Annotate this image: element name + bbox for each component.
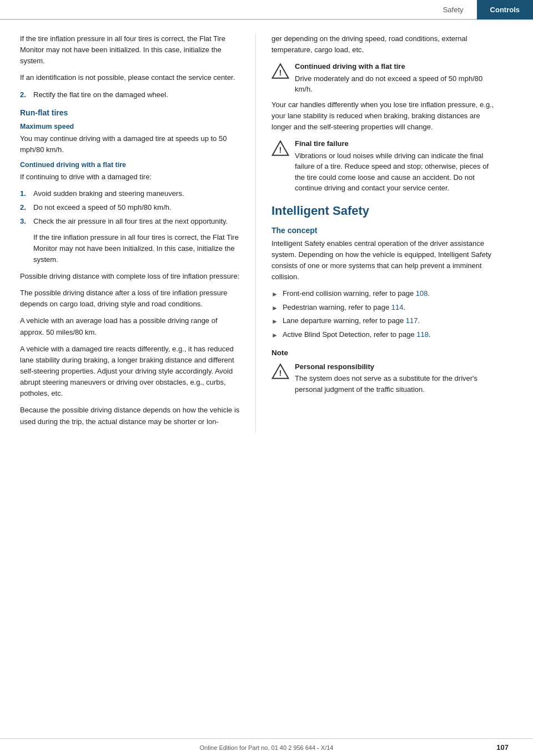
warning-text-1: Continued driving with a flat tire Drive… [295,61,495,95]
warning-icon-1: ! [271,62,289,80]
bullet-arrow-1: ► [271,289,278,300]
bullet-text-1: Front-end collision warning, refer to pa… [283,288,430,299]
bullet-text-4: Active Blind Spot Detection, refer to pa… [283,329,431,340]
page-number: 107 [492,742,513,753]
para-your-car: Your car handles differently when you lo… [271,99,495,133]
svg-text:!: ! [279,68,282,77]
warning-title-3: Personal responsibility [295,361,495,372]
para-ger: ger depending on the driving speed, road… [271,33,495,56]
bullet-arrow-4: ► [271,330,278,341]
step-1: 1. Avoid sudden braking and steering man… [20,188,240,199]
right-column: ger depending on the driving speed, road… [255,33,511,433]
link-page-108[interactable]: 108 [416,289,428,298]
warning-box-final: ! Final tire failure Vibrations or loud … [271,138,495,194]
left-column: If the tire inflation pressure in all fo… [0,33,255,433]
para-average: A vehicle with an average load has a pos… [20,315,240,337]
footer-text: Online Edition for Part no. 01 40 2 956 … [200,744,334,751]
step-3: 3. Check the air pressure in all four ti… [20,216,240,227]
section-continued-driving: Continued driving with a flat tire [20,161,240,169]
para-identification: If an identification is not possible, pl… [20,72,240,83]
warning-text-3: Personal responsibility The system does … [295,361,495,395]
steps-list: 1. Avoid sudden braking and steering man… [20,188,240,227]
tab-controls-label: Controls [490,6,520,14]
header: Safety Controls [0,0,533,20]
section-max-speed: Maximum speed [20,123,240,130]
warning-icon-2: ! [271,139,289,157]
para-init-left: If the tire inflation pressure in all fo… [20,33,240,67]
para-possible: Possible driving distance with complete … [20,271,240,282]
list-item-2-wrapper: 2. Rectify the flat tire on the damaged … [20,89,240,100]
warning-body-2: Vibrations or loud noises while driving … [295,152,489,193]
bullet-item-4: ► Active Blind Spot Detection, refer to … [271,329,495,341]
warning-title-1: Continued driving with a flat tire [295,61,495,72]
main-content: If the tire inflation pressure in all fo… [0,20,533,433]
bullet-item-3: ► Lane departure warning, refer to page … [271,315,495,327]
para-the-possible: The possible driving distance after a lo… [20,288,240,310]
bullet-item-2: ► Pedestrian warning, refer to page 114. [271,302,495,314]
warning-body-3: The system does not serve as a substitut… [295,374,477,394]
warning-title-2: Final tire failure [295,138,495,149]
bullet-arrow-2: ► [271,303,278,314]
link-page-114[interactable]: 114 [391,303,404,311]
para-damaged: A vehicle with a damaged tire reacts dif… [20,344,240,400]
note-section: Note ! Personal responsibility The syste… [271,349,495,395]
footer: Online Edition for Part no. 01 40 2 956 … [0,738,533,756]
bullet-text-3: Lane departure warning, refer to page 11… [283,315,420,326]
bullet-text-2: Pedestrian warning, refer to page 114. [283,302,405,313]
para-continued: If continuing to drive with a damaged ti… [20,172,240,183]
concept-heading: The concept [271,226,495,235]
note-label: Note [271,349,495,357]
section-run-flat-tires: Run-flat tires [20,108,240,117]
warning-icon-3: ! [271,362,289,380]
para-because: Because the possible driving distance de… [20,405,240,427]
tab-safety-label: Safety [443,6,464,14]
bullet-arrow-3: ► [271,316,278,327]
tab-controls[interactable]: Controls [477,0,533,19]
link-page-118[interactable]: 118 [416,330,429,339]
para-max-speed: You may continue driving with a damaged … [20,133,240,155]
step-2: 2. Do not exceed a speed of 50 mph/80 km… [20,202,240,213]
warning-box-continued: ! Continued driving with a flat tire Dri… [271,61,495,95]
svg-text:!: ! [279,145,282,154]
list-item-2: 2. Rectify the flat tire on the damaged … [20,89,240,100]
warning-body-1: Drive moderately and do not exceed a spe… [295,74,482,94]
warning-box-note: ! Personal responsibility The system doe… [271,361,495,395]
link-page-117[interactable]: 117 [406,316,418,325]
para-intelligent: Intelligent Safety enables central opera… [271,238,495,283]
step3-sub-para: If the tire inflation pressure in all fo… [20,232,240,265]
svg-text:!: ! [279,369,282,377]
bullet-item-1: ► Front-end collision warning, refer to … [271,288,495,300]
tab-safety[interactable]: Safety [430,0,477,19]
warning-text-2: Final tire failure Vibrations or loud no… [295,138,495,194]
bullet-list: ► Front-end collision warning, refer to … [271,288,495,340]
intelligent-safety-heading: Intelligent Safety [271,204,495,218]
